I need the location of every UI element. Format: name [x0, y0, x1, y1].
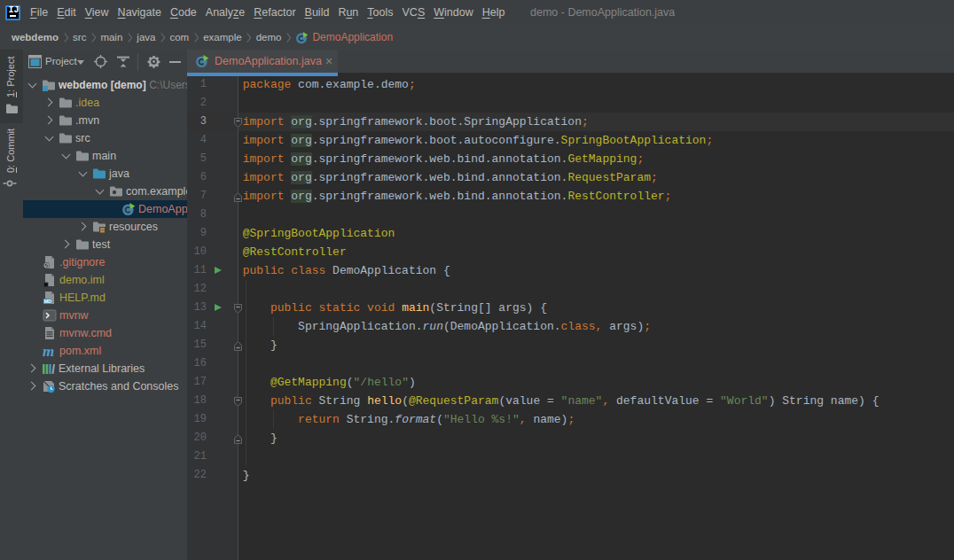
svg-text:MD: MD [44, 299, 52, 304]
svg-text:m: m [43, 344, 54, 358]
